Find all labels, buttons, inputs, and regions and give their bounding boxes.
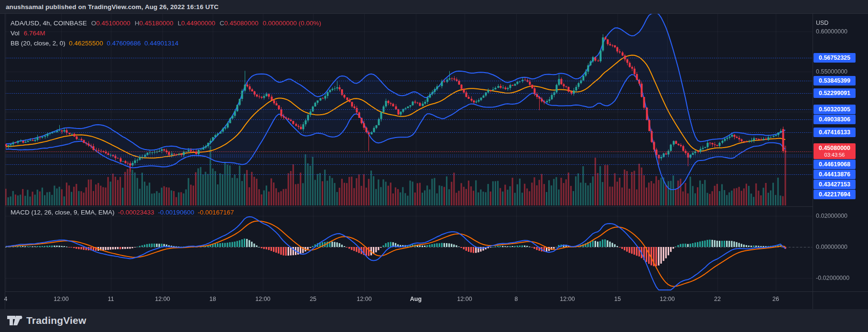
price-chart-canvas[interactable] (0, 0, 868, 332)
tradingview-logo[interactable]: TradingView (6, 313, 87, 328)
bb-value: 0.46255500 (65, 40, 103, 47)
time-axis-label: 8 (515, 296, 518, 302)
macd-value: -0.00023433 (115, 209, 154, 216)
volume-label: Vol (11, 30, 20, 37)
macd-value: -0.00190600 (154, 209, 194, 216)
bb-label: BB (20, close, 2, 0) (11, 40, 65, 47)
tradingview-snapshot-page: anushsamal published on TradingView.com,… (0, 0, 868, 332)
macd-legend-row: MACD (12, 26, close, 9, EMA, EMA) -0.000… (11, 209, 234, 216)
time-axis-label: 12:00 (457, 296, 472, 302)
tradingview-wordmark: TradingView (26, 315, 87, 326)
time-axis-label: 4 (4, 296, 8, 302)
volume-value: 6.764M (24, 30, 45, 37)
macd-label: MACD (12, 26, close, 9, EMA, EMA) (11, 209, 115, 216)
time-axis-label: Aug (410, 296, 422, 302)
time-axis-label: 12:00 (660, 296, 674, 302)
chart-legend: ADA/USD, 4h, COINBASE O0.45100000H0.4518… (11, 20, 321, 47)
time-axis-label: 15 (614, 296, 621, 302)
bb-values: 0.46255500 0.47609686 0.44901314 (65, 40, 178, 47)
ohlc-value: 0.44900000 (181, 20, 215, 27)
ohlc-value: 0.45180000 (139, 20, 173, 27)
time-axis-label: 26 (772, 296, 779, 302)
time-axis-label: 11 (108, 296, 114, 302)
symbol-title: ADA/USD, 4h, COINBASE (11, 20, 87, 27)
time-axis-label: 12:00 (155, 296, 170, 302)
bb-value: 0.44901314 (141, 40, 178, 47)
legend-bb-row: BB (20, close, 2, 0) 0.46255500 0.476096… (11, 40, 321, 47)
time-axis-label: 12:00 (255, 296, 270, 302)
legend-volume-row: Vol 6.764M (11, 30, 321, 37)
legend-symbol-row: ADA/USD, 4h, COINBASE O0.45100000H0.4518… (11, 20, 321, 27)
bb-value: 0.47609686 (103, 40, 141, 47)
macd-value: -0.00167167 (194, 209, 234, 216)
ohlc-value: 0.45100000 (96, 20, 130, 27)
time-axis-label: 18 (209, 296, 216, 302)
ohlc-key: C (220, 20, 225, 27)
time-axis-label: 12:00 (54, 296, 68, 302)
ohlc-value: 0.45080000 (224, 20, 258, 27)
tradingview-logo-icon (6, 313, 22, 328)
ohlc-values: O0.45100000H0.45180000L0.44900000C0.4508… (87, 20, 259, 27)
ohlc-key: O (91, 20, 97, 27)
time-axis-label: 22 (714, 296, 721, 302)
macd-values: -0.00023433 -0.00190600 -0.00167167 (115, 209, 234, 216)
bottom-brand-bar: TradingView (0, 309, 868, 332)
time-axis-label: 12:00 (357, 296, 371, 302)
time-axis-label: 12:00 (560, 296, 575, 302)
change-value: 0.00000000 (0.00%) (263, 20, 321, 27)
time-axis-label: 25 (310, 296, 316, 302)
ohlc-key: H (135, 20, 140, 27)
